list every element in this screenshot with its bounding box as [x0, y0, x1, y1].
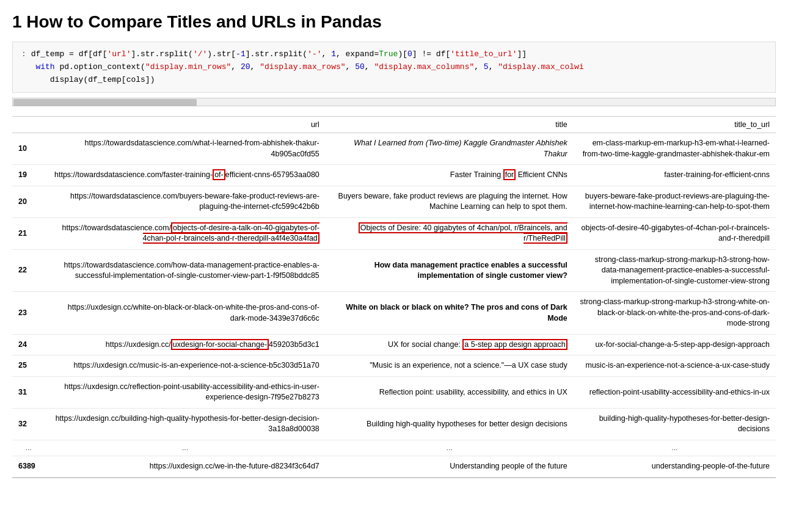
row-title: UX for social change: a 5-step app desig…	[326, 334, 574, 355]
row-index: 24	[12, 334, 45, 355]
row-title: How data management practice enables a s…	[326, 249, 574, 292]
row-title: What I Learned from (Two-time) Kaggle Gr…	[326, 133, 574, 165]
row-title-to-url: strong-class-markup-strong-markup-h3-str…	[574, 292, 776, 335]
table-row: 24https://uxdesign.cc/uxdesign-for-socia…	[12, 334, 776, 355]
row-title-to-url: objects-of-desire-40-gigabytes-of-4chan-…	[574, 217, 776, 249]
row-title-to-url: strong-class-markup-strong-markup-h3-str…	[574, 249, 776, 292]
row-index: 10	[12, 133, 45, 165]
ellipsis-title-to-url: ...	[574, 440, 776, 456]
row-title-to-url: music-is-an-experience-not-a-science-a-u…	[574, 355, 776, 377]
row-url: https://uxdesign.cc/uxdesign-for-social-…	[45, 334, 325, 355]
table-row: 6389https://uxdesign.cc/we-in-the-future…	[12, 456, 776, 478]
code-line-1: : df_temp = df[df['url'].str.rsplit('/')…	[21, 48, 767, 61]
row-url: https://towardsdatascience.com/faster-tr…	[45, 165, 325, 186]
row-url: https://towardsdatascience.com/objects-o…	[45, 217, 325, 249]
row-title-to-url: buyers-beware-fake-product-reviews-are-p…	[574, 186, 776, 217]
row-index: 25	[12, 355, 45, 377]
horizontal-scrollbar[interactable]	[12, 98, 776, 106]
row-title-to-url: understanding-people-of-the-future	[574, 456, 776, 478]
url-highlight: objects-of-desire-a-talk-on-40-gigabytes…	[143, 222, 319, 244]
ellipsis-index: ...	[12, 440, 45, 456]
url-highlight: of-	[213, 169, 225, 180]
row-url: https://towardsdatascience.com/how-data-…	[45, 249, 325, 292]
col-header-url: url	[45, 117, 325, 133]
ellipsis-url: ...	[45, 440, 325, 456]
scrollbar-thumb[interactable]	[13, 99, 197, 106]
row-url: https://uxdesign.cc/white-on-black-or-bl…	[45, 292, 325, 335]
table-header-row: url title title_to_url	[12, 117, 776, 133]
table-row: ... ... ... ...	[12, 440, 776, 456]
table-row: 22https://towardsdatascience.com/how-dat…	[12, 249, 776, 292]
table-row: 20https://towardsdatascience.com/buyers-…	[12, 186, 776, 217]
row-title: Building high-quality hypotheses for bet…	[326, 408, 574, 440]
table-row: 21https://towardsdatascience.com/objects…	[12, 217, 776, 249]
row-title: Objects of Desire: 40 gigabytes of 4chan…	[326, 217, 574, 249]
row-title: Reflection point: usability, accessibili…	[326, 376, 574, 408]
row-title: "Music is an experience, not a science."…	[326, 355, 574, 377]
row-index: 23	[12, 292, 45, 335]
row-index: 21	[12, 217, 45, 249]
table-row: 19https://towardsdatascience.com/faster-…	[12, 165, 776, 186]
table-row: 25https://uxdesign.cc/music-is-an-experi…	[12, 355, 776, 377]
ellipsis-title: ...	[326, 440, 574, 456]
code-line-3: display(df_temp[cols])	[21, 74, 767, 87]
row-url: https://uxdesign.cc/reflection-point-usa…	[45, 376, 325, 408]
table-row: 10https://towardsdatascience.com/what-i-…	[12, 133, 776, 165]
row-index: 6389	[12, 456, 45, 478]
row-index: 19	[12, 165, 45, 186]
row-title-to-url: ux-for-social-change-a-5-step-app-design…	[574, 334, 776, 355]
row-index: 22	[12, 249, 45, 292]
title-highlight: Objects of Desire: 40 gigabytes of 4chan…	[359, 222, 567, 244]
code-line-2: with pd.option_context("display.min_rows…	[21, 61, 767, 74]
row-index: 31	[12, 376, 45, 408]
data-table: url title title_to_url 10https://towards…	[12, 116, 776, 478]
col-header-title: title	[326, 117, 574, 133]
row-url: https://uxdesign.cc/music-is-an-experien…	[45, 355, 325, 377]
table-row: 32https://uxdesign.cc/building-high-qual…	[12, 408, 776, 440]
row-url: https://uxdesign.cc/building-high-qualit…	[45, 408, 325, 440]
row-title: Understanding people of the future	[326, 456, 574, 478]
row-title-to-url: building-high-quality-hypotheses-for-bet…	[574, 408, 776, 440]
page-title: 1 How to Compare Titles and URLs in Pand…	[12, 12, 776, 32]
title-highlight: a 5-step app design approach	[462, 339, 567, 350]
row-index: 20	[12, 186, 45, 217]
title-highlight: for	[503, 169, 516, 180]
row-title-to-url: em-class-markup-em-markup-h3-em-what-i-l…	[574, 133, 776, 165]
table-row: 23https://uxdesign.cc/white-on-black-or-…	[12, 292, 776, 335]
col-header-title-to-url: title_to_url	[574, 117, 776, 133]
row-title: White on black or black on white? The pr…	[326, 292, 574, 335]
row-title: Faster Training for Efficient CNNs	[326, 165, 574, 186]
col-header-index	[12, 117, 45, 133]
url-highlight: uxdesign-for-social-change-	[171, 339, 269, 350]
row-url: https://towardsdatascience.com/buyers-be…	[45, 186, 325, 217]
code-block: : df_temp = df[df['url'].str.rsplit('/')…	[12, 42, 776, 93]
row-url: https://uxdesign.cc/we-in-the-future-d82…	[45, 456, 325, 478]
row-title: Buyers beware, fake product reviews are …	[326, 186, 574, 217]
table-row: 31https://uxdesign.cc/reflection-point-u…	[12, 376, 776, 408]
row-index: 32	[12, 408, 45, 440]
row-title-to-url: reflection-point-usability-accessibility…	[574, 376, 776, 408]
row-title-to-url: faster-training-for-efficient-cnns	[574, 165, 776, 186]
row-url: https://towardsdatascience.com/what-i-le…	[45, 133, 325, 165]
